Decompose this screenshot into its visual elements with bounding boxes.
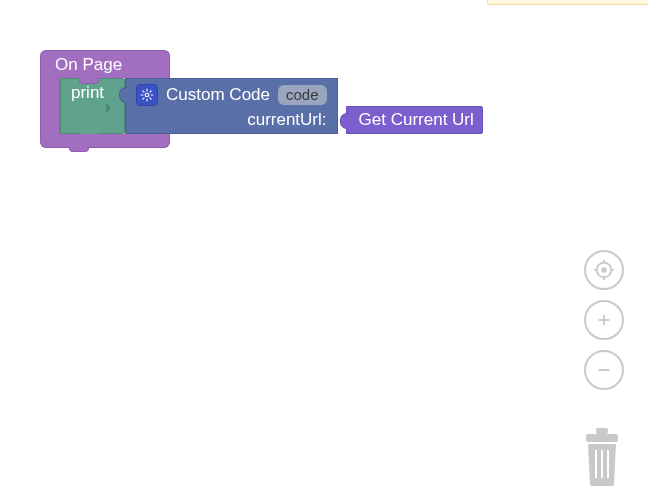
get-current-url-block[interactable]: Get Current Url [346, 106, 483, 134]
svg-rect-11 [596, 428, 608, 434]
center-view-button[interactable] [584, 250, 624, 290]
custom-code-arg-label: currentUrl: [247, 110, 326, 130]
svg-rect-10 [586, 434, 618, 442]
on-page-enter-block[interactable]: On Page Enter print Custom [40, 50, 483, 148]
event-block-slot: print Custom Code code currentUrl: [60, 78, 483, 134]
blockly-workspace[interactable]: On Page Enter print Custom [0, 0, 648, 500]
gear-icon[interactable] [136, 84, 158, 106]
print-block-label: print [71, 83, 104, 103]
custom-code-label: Custom Code [166, 85, 270, 105]
get-current-url-label: Get Current Url [359, 110, 474, 130]
code-chip[interactable]: code [278, 85, 327, 105]
workspace-controls [584, 250, 624, 390]
custom-code-block[interactable]: Custom Code code currentUrl: [125, 78, 337, 134]
event-block-header[interactable]: On Page Enter [40, 50, 170, 78]
trash-button[interactable] [578, 428, 626, 486]
event-block-body-bar [40, 78, 60, 134]
zoom-out-button[interactable] [584, 350, 624, 390]
svg-point-1 [601, 267, 607, 273]
zoom-in-button[interactable] [584, 300, 624, 340]
event-block-footer [40, 134, 170, 148]
svg-point-0 [145, 93, 149, 97]
print-block[interactable]: print [60, 78, 125, 134]
